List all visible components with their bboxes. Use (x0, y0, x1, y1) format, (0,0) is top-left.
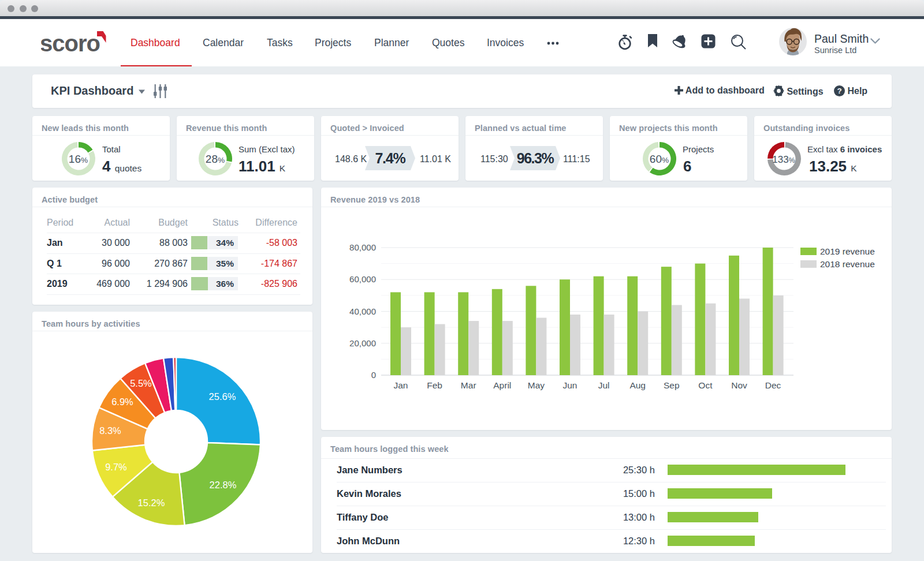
svg-text:8.3%: 8.3% (99, 425, 121, 436)
svg-text:133%: 133% (772, 154, 795, 165)
svg-text:?: ? (837, 87, 841, 95)
svg-text:80,000: 80,000 (349, 242, 376, 252)
svg-text:April: April (493, 380, 511, 390)
svg-text:Aug: Aug (629, 380, 646, 390)
svg-text:40,000: 40,000 (349, 306, 376, 316)
svg-text:20,000: 20,000 (349, 338, 376, 348)
svg-text:0: 0 (371, 370, 376, 380)
svg-text:Oct: Oct (698, 380, 713, 390)
svg-text:Nov: Nov (731, 380, 747, 390)
svg-text:Feb: Feb (427, 380, 442, 390)
svg-text:Sep: Sep (664, 380, 680, 390)
svg-text:Jun: Jun (563, 380, 578, 390)
svg-text:16%: 16% (69, 153, 88, 165)
svg-text:60,000: 60,000 (349, 274, 376, 284)
svg-text:22.8%: 22.8% (210, 480, 237, 490)
svg-text:2019 revenue: 2019 revenue (820, 246, 875, 256)
svg-text:6.9%: 6.9% (111, 397, 133, 407)
svg-text:28%: 28% (206, 153, 225, 165)
svg-text:May: May (528, 380, 545, 390)
svg-text:Jul: Jul (598, 380, 610, 390)
svg-text:5.5%: 5.5% (130, 378, 152, 388)
svg-text:25.6%: 25.6% (209, 391, 236, 402)
svg-text:Dec: Dec (765, 380, 781, 390)
svg-text:2018 revenue: 2018 revenue (820, 259, 875, 269)
svg-text:15.2%: 15.2% (138, 498, 165, 508)
svg-text:scoro: scoro (41, 31, 100, 56)
svg-text:Jan: Jan (394, 380, 408, 390)
svg-text:60%: 60% (650, 153, 669, 165)
svg-text:Mar: Mar (461, 380, 476, 390)
svg-text:9.7%: 9.7% (105, 462, 127, 472)
